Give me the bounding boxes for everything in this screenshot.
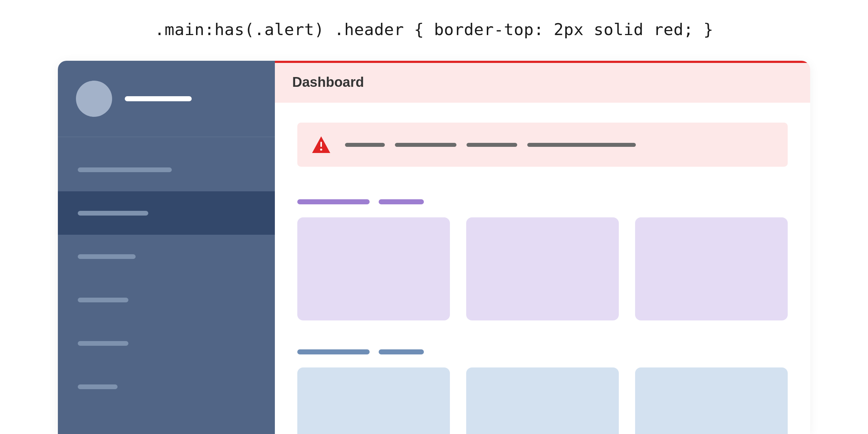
stat-card[interactable] bbox=[297, 367, 450, 434]
nav-label-placeholder bbox=[78, 341, 128, 346]
sidebar bbox=[58, 61, 275, 434]
page-title: Dashboard bbox=[292, 75, 793, 90]
heading-placeholder bbox=[379, 349, 424, 354]
nav-label-placeholder bbox=[78, 254, 136, 259]
sidebar-profile bbox=[58, 61, 275, 137]
sidebar-item-active[interactable] bbox=[58, 191, 275, 235]
stat-card[interactable] bbox=[635, 217, 788, 320]
css-code-snippet: .main:has(.alert) .header { border-top: … bbox=[0, 0, 868, 61]
sidebar-item[interactable] bbox=[58, 365, 275, 408]
section-heading bbox=[297, 349, 788, 354]
alert-banner bbox=[297, 123, 788, 167]
nav-label-placeholder bbox=[78, 298, 128, 302]
sidebar-item[interactable] bbox=[58, 322, 275, 365]
card-row bbox=[297, 367, 788, 434]
card-row bbox=[297, 217, 788, 320]
nav-label-placeholder bbox=[78, 384, 118, 389]
nav-label-placeholder bbox=[78, 211, 148, 216]
sidebar-item[interactable] bbox=[58, 235, 275, 278]
page-header: Dashboard bbox=[275, 61, 810, 103]
svg-point-1 bbox=[320, 149, 322, 151]
warning-triangle-icon bbox=[312, 136, 331, 153]
heading-placeholder bbox=[379, 199, 424, 204]
heading-placeholder bbox=[297, 199, 370, 204]
svg-rect-0 bbox=[320, 142, 322, 147]
sidebar-item[interactable] bbox=[58, 148, 275, 191]
profile-name-placeholder bbox=[125, 96, 192, 101]
alert-message-placeholder bbox=[345, 143, 636, 147]
app-window: Dashboard bbox=[58, 61, 810, 434]
sidebar-item[interactable] bbox=[58, 278, 275, 322]
stat-card[interactable] bbox=[635, 367, 788, 434]
stat-card[interactable] bbox=[466, 217, 619, 320]
main-content: Dashboard bbox=[275, 61, 810, 434]
section-heading bbox=[297, 199, 788, 204]
avatar[interactable] bbox=[76, 81, 112, 117]
content-area bbox=[275, 103, 810, 434]
stat-card[interactable] bbox=[297, 217, 450, 320]
heading-placeholder bbox=[297, 349, 370, 354]
sidebar-nav bbox=[58, 137, 275, 408]
stat-card[interactable] bbox=[466, 367, 619, 434]
nav-label-placeholder bbox=[78, 167, 172, 172]
